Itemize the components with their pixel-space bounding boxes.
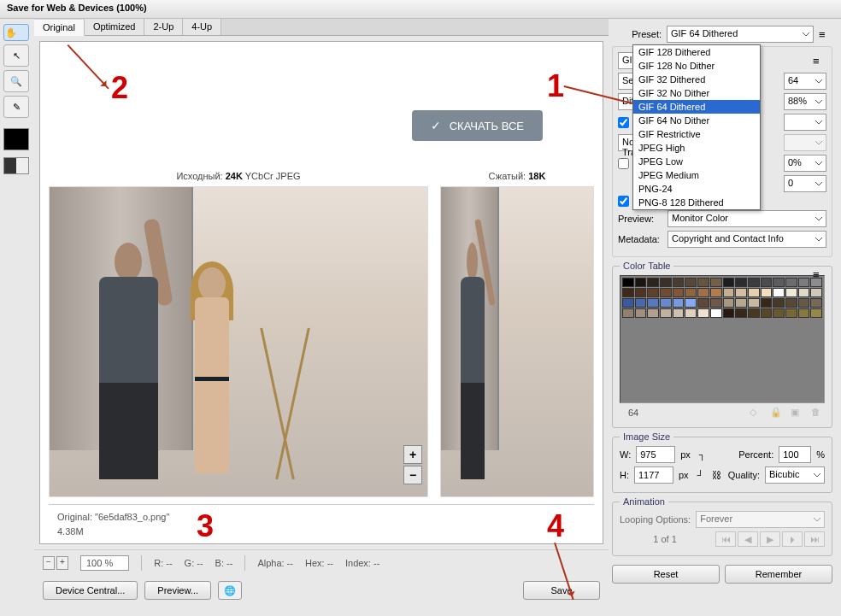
preset-option[interactable]: JPEG High: [633, 141, 760, 155]
color-swatch[interactable]: [673, 288, 685, 297]
color-swatch[interactable]: [773, 298, 785, 308]
preset-menu-icon[interactable]: [819, 28, 832, 40]
color-table[interactable]: [620, 275, 825, 403]
preset-option[interactable]: GIF 128 No Dither: [633, 59, 760, 73]
color-swatch[interactable]: [673, 308, 685, 318]
web-snap-select[interactable]: 0%: [784, 155, 826, 172]
color-swatch[interactable]: [635, 288, 647, 297]
color-swatch[interactable]: [697, 288, 709, 297]
zoom-in-button[interactable]: +: [403, 445, 422, 464]
color-swatch[interactable]: [685, 288, 697, 297]
preview-button[interactable]: Preview: [144, 581, 211, 600]
color-swatch[interactable]: [685, 278, 697, 287]
preset-select[interactable]: GIF 64 Dithered: [667, 26, 814, 43]
color-swatch[interactable]: [673, 278, 685, 287]
lossy-select[interactable]: 0: [784, 175, 826, 192]
preset-option[interactable]: PNG-24: [633, 182, 760, 196]
color-swatch[interactable]: [810, 298, 822, 308]
preset-option[interactable]: GIF 64 No Dither: [633, 114, 760, 127]
color-swatch[interactable]: [785, 288, 797, 297]
color-swatch[interactable]: [685, 308, 697, 318]
color-swatch[interactable]: [685, 298, 697, 308]
color-swatch[interactable]: [798, 298, 810, 308]
color-swatch[interactable]: [773, 278, 785, 287]
color-swatch[interactable]: [748, 298, 760, 308]
color-swatch[interactable]: [761, 308, 773, 318]
color-swatch[interactable]: [710, 288, 722, 297]
zoom-out-button[interactable]: −: [403, 466, 422, 484]
constrain-link-icon[interactable]: ⛓: [712, 470, 721, 480]
preset-option[interactable]: GIF 64 Dithered: [633, 100, 760, 114]
color-swatch[interactable]: [723, 288, 735, 297]
color-table-menu-icon[interactable]: [813, 268, 826, 280]
color-swatch[interactable]: [810, 308, 822, 318]
color-swatch[interactable]: [660, 288, 672, 297]
slice-select-tool[interactable]: ↖: [3, 44, 29, 67]
eyedropper-tool[interactable]: ✎: [3, 96, 29, 118]
color-swatch[interactable]: [673, 298, 685, 308]
preset-option[interactable]: GIF 32 No Dither: [633, 86, 760, 100]
color-swatch[interactable]: [647, 278, 659, 287]
preset-option[interactable]: JPEG Low: [633, 155, 760, 168]
color-swatch[interactable]: [748, 278, 760, 287]
device-central-button[interactable]: Device Central: [43, 581, 138, 600]
color-swatch[interactable]: [735, 308, 747, 318]
color-swatch[interactable]: [622, 308, 634, 318]
color-swatch[interactable]: [723, 308, 735, 318]
preview-select[interactable]: Monitor Color: [668, 210, 826, 227]
metadata-select[interactable]: Copyright and Contact Info: [668, 231, 826, 248]
color-swatch[interactable]: [785, 278, 797, 287]
color-swatch[interactable]: [735, 278, 747, 287]
color-swatch[interactable]: [647, 298, 659, 308]
color-swatch[interactable]: [810, 288, 822, 297]
color-swatch[interactable]: [723, 298, 735, 308]
new-color-icon[interactable]: ▣: [791, 407, 803, 419]
color-swatch[interactable]: [785, 298, 797, 308]
percent-input[interactable]: [779, 446, 811, 463]
dither-amount-select[interactable]: 88%: [784, 93, 826, 110]
save-button[interactable]: Save: [523, 581, 600, 600]
color-swatch[interactable]: [697, 298, 709, 308]
matte-select[interactable]: [784, 114, 826, 131]
color-swatch[interactable]: [660, 298, 672, 308]
color-swatch[interactable]: [798, 308, 810, 318]
color-swatch[interactable]: [635, 308, 647, 318]
snap-web-icon[interactable]: ◇: [750, 407, 762, 419]
preset-option[interactable]: GIF 32 Dithered: [633, 73, 760, 86]
quality-select[interactable]: Bicubic: [765, 466, 825, 484]
tab-4up[interactable]: 4-Up: [183, 19, 221, 35]
color-swatch[interactable]: [735, 288, 747, 297]
color-swatch[interactable]: [647, 308, 659, 318]
lock-color-icon[interactable]: 🔒: [770, 407, 782, 419]
width-input[interactable]: [636, 446, 675, 463]
tab-optimized[interactable]: Optimized: [85, 19, 145, 35]
preset-option[interactable]: GIF Restrictive: [633, 127, 760, 141]
browser-preview-icon[interactable]: 🌐: [218, 581, 242, 600]
color-swatch[interactable]: [773, 308, 785, 318]
tab-original[interactable]: Original: [34, 20, 85, 36]
preset-option[interactable]: PNG-8 128 Dithered: [633, 196, 760, 209]
color-swatch[interactable]: [622, 288, 634, 297]
color-swatch[interactable]: [660, 308, 672, 318]
toggle-slices-visibility[interactable]: [3, 157, 29, 174]
optimize-menu-icon[interactable]: [813, 55, 826, 67]
delete-color-icon[interactable]: 🗑: [811, 407, 823, 419]
color-swatch[interactable]: [635, 298, 647, 308]
zoom-tool[interactable]: 🔍: [3, 70, 29, 92]
remember-button[interactable]: Remember: [725, 565, 832, 584]
hand-tool[interactable]: ✋: [3, 24, 29, 41]
color-swatch[interactable]: [761, 298, 773, 308]
color-swatch[interactable]: [748, 308, 760, 318]
color-swatch[interactable]: [660, 278, 672, 287]
preset-option[interactable]: JPEG Medium: [633, 168, 760, 182]
color-swatch[interactable]: [710, 278, 722, 287]
color-swatch[interactable]: [710, 308, 722, 318]
color-swatch[interactable]: [761, 278, 773, 287]
zoom-select[interactable]: 100 %: [80, 555, 129, 571]
color-swatch[interactable]: [735, 298, 747, 308]
color-swatch[interactable]: [723, 278, 735, 287]
color-swatch[interactable]: [785, 308, 797, 318]
color-swatch[interactable]: [748, 288, 760, 297]
eyedropper-color-swatch[interactable]: [3, 128, 29, 150]
color-swatch[interactable]: [647, 288, 659, 297]
